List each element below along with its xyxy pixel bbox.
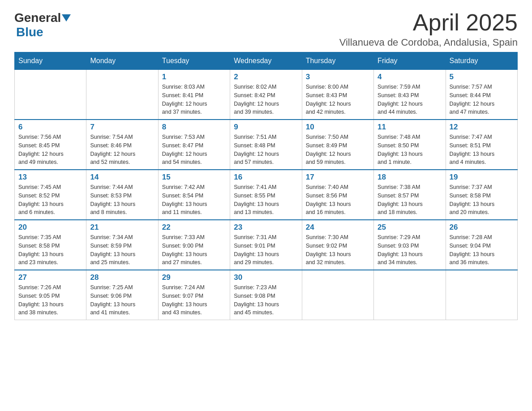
calendar-week-row: 20Sunrise: 7:35 AM Sunset: 8:58 PM Dayli… <box>15 220 518 270</box>
table-row: 9Sunrise: 7:51 AM Sunset: 8:48 PM Daylig… <box>230 120 302 170</box>
logo: General Blue <box>14 11 72 39</box>
day-number: 10 <box>306 123 370 132</box>
table-row: 15Sunrise: 7:42 AM Sunset: 8:54 PM Dayli… <box>158 170 230 220</box>
table-row <box>15 70 86 120</box>
day-number: 3 <box>306 73 370 81</box>
day-info: Sunrise: 7:47 AM Sunset: 8:51 PM Dayligh… <box>450 133 514 167</box>
day-number: 27 <box>18 273 82 282</box>
day-info: Sunrise: 7:53 AM Sunset: 8:47 PM Dayligh… <box>162 133 226 167</box>
table-row: 24Sunrise: 7:30 AM Sunset: 9:02 PM Dayli… <box>302 220 373 270</box>
table-row: 28Sunrise: 7:25 AM Sunset: 9:06 PM Dayli… <box>86 270 158 320</box>
day-info: Sunrise: 8:00 AM Sunset: 8:43 PM Dayligh… <box>306 83 370 116</box>
day-info: Sunrise: 7:23 AM Sunset: 9:08 PM Dayligh… <box>234 283 298 317</box>
day-info: Sunrise: 7:44 AM Sunset: 8:53 PM Dayligh… <box>90 183 154 217</box>
calendar-week-row: 6Sunrise: 7:56 AM Sunset: 8:45 PM Daylig… <box>15 120 518 170</box>
day-info: Sunrise: 7:30 AM Sunset: 9:02 PM Dayligh… <box>306 233 370 267</box>
page-container: General Blue April 2025 Villanueva de Co… <box>14 11 518 320</box>
day-info: Sunrise: 7:57 AM Sunset: 8:44 PM Dayligh… <box>450 83 514 116</box>
day-number: 11 <box>378 123 442 132</box>
logo-text: General <box>14 11 72 25</box>
table-row: 22Sunrise: 7:33 AM Sunset: 9:00 PM Dayli… <box>158 220 230 270</box>
day-info: Sunrise: 7:45 AM Sunset: 8:52 PM Dayligh… <box>18 183 82 217</box>
logo-blue: Blue <box>16 25 43 39</box>
calendar-header-row: Sunday Monday Tuesday Wednesday Thursday… <box>15 52 518 70</box>
day-number: 19 <box>450 173 514 182</box>
month-title: April 2025 <box>339 11 518 34</box>
table-row: 20Sunrise: 7:35 AM Sunset: 8:58 PM Dayli… <box>15 220 86 270</box>
day-number: 17 <box>306 173 370 182</box>
day-info: Sunrise: 7:24 AM Sunset: 9:07 PM Dayligh… <box>162 283 226 317</box>
table-row: 25Sunrise: 7:29 AM Sunset: 9:03 PM Dayli… <box>374 220 446 270</box>
table-row: 10Sunrise: 7:50 AM Sunset: 8:49 PM Dayli… <box>302 120 373 170</box>
table-row: 29Sunrise: 7:24 AM Sunset: 9:07 PM Dayli… <box>158 270 230 320</box>
col-monday: Monday <box>86 52 158 70</box>
day-info: Sunrise: 7:26 AM Sunset: 9:05 PM Dayligh… <box>18 283 82 317</box>
table-row: 27Sunrise: 7:26 AM Sunset: 9:05 PM Dayli… <box>15 270 86 320</box>
table-row: 12Sunrise: 7:47 AM Sunset: 8:51 PM Dayli… <box>446 120 517 170</box>
day-number: 13 <box>18 173 82 182</box>
col-sunday: Sunday <box>15 52 86 70</box>
day-number: 24 <box>306 223 370 232</box>
day-number: 9 <box>234 123 298 132</box>
day-info: Sunrise: 7:40 AM Sunset: 8:56 PM Dayligh… <box>306 183 370 217</box>
day-info: Sunrise: 7:29 AM Sunset: 9:03 PM Dayligh… <box>378 233 442 267</box>
col-tuesday: Tuesday <box>158 52 230 70</box>
table-row: 5Sunrise: 7:57 AM Sunset: 8:44 PM Daylig… <box>446 70 517 120</box>
day-number: 1 <box>162 73 226 81</box>
table-row <box>446 270 517 320</box>
col-friday: Friday <box>374 52 446 70</box>
day-number: 28 <box>90 273 154 282</box>
day-info: Sunrise: 7:35 AM Sunset: 8:58 PM Dayligh… <box>18 233 82 267</box>
day-number: 12 <box>450 123 514 132</box>
col-thursday: Thursday <box>302 52 373 70</box>
day-info: Sunrise: 7:34 AM Sunset: 8:59 PM Dayligh… <box>90 233 154 267</box>
day-number: 15 <box>162 173 226 182</box>
day-info: Sunrise: 7:33 AM Sunset: 9:00 PM Dayligh… <box>162 233 226 267</box>
day-info: Sunrise: 7:31 AM Sunset: 9:01 PM Dayligh… <box>234 233 298 267</box>
table-row: 1Sunrise: 8:03 AM Sunset: 8:41 PM Daylig… <box>158 70 230 120</box>
day-info: Sunrise: 7:42 AM Sunset: 8:54 PM Dayligh… <box>162 183 226 217</box>
table-row: 11Sunrise: 7:48 AM Sunset: 8:50 PM Dayli… <box>374 120 446 170</box>
table-row <box>374 270 446 320</box>
day-info: Sunrise: 7:25 AM Sunset: 9:06 PM Dayligh… <box>90 283 154 317</box>
day-info: Sunrise: 7:59 AM Sunset: 8:43 PM Dayligh… <box>378 83 442 116</box>
table-row: 8Sunrise: 7:53 AM Sunset: 8:47 PM Daylig… <box>158 120 230 170</box>
title-section: April 2025 Villanueva de Cordoba, Andalu… <box>339 11 518 48</box>
calendar-table: Sunday Monday Tuesday Wednesday Thursday… <box>14 52 518 320</box>
table-row: 16Sunrise: 7:41 AM Sunset: 8:55 PM Dayli… <box>230 170 302 220</box>
day-number: 2 <box>234 73 298 81</box>
day-number: 14 <box>90 173 154 182</box>
table-row: 26Sunrise: 7:28 AM Sunset: 9:04 PM Dayli… <box>446 220 517 270</box>
table-row: 13Sunrise: 7:45 AM Sunset: 8:52 PM Dayli… <box>15 170 86 220</box>
table-row <box>302 270 373 320</box>
day-number: 5 <box>450 73 514 81</box>
day-info: Sunrise: 7:56 AM Sunset: 8:45 PM Dayligh… <box>18 133 82 167</box>
day-info: Sunrise: 7:48 AM Sunset: 8:50 PM Dayligh… <box>378 133 442 167</box>
calendar-week-row: 13Sunrise: 7:45 AM Sunset: 8:52 PM Dayli… <box>15 170 518 220</box>
logo-general: General <box>14 11 61 25</box>
table-row: 4Sunrise: 7:59 AM Sunset: 8:43 PM Daylig… <box>374 70 446 120</box>
day-info: Sunrise: 7:38 AM Sunset: 8:57 PM Dayligh… <box>378 183 442 217</box>
day-info: Sunrise: 8:03 AM Sunset: 8:41 PM Dayligh… <box>162 83 226 116</box>
day-info: Sunrise: 7:51 AM Sunset: 8:48 PM Dayligh… <box>234 133 298 167</box>
table-row: 7Sunrise: 7:54 AM Sunset: 8:46 PM Daylig… <box>86 120 158 170</box>
location-title: Villanueva de Cordoba, Andalusia, Spain <box>339 37 518 48</box>
table-row: 17Sunrise: 7:40 AM Sunset: 8:56 PM Dayli… <box>302 170 373 220</box>
day-info: Sunrise: 7:54 AM Sunset: 8:46 PM Dayligh… <box>90 133 154 167</box>
table-row: 18Sunrise: 7:38 AM Sunset: 8:57 PM Dayli… <box>374 170 446 220</box>
day-info: Sunrise: 8:02 AM Sunset: 8:42 PM Dayligh… <box>234 83 298 116</box>
col-wednesday: Wednesday <box>230 52 302 70</box>
day-number: 26 <box>450 223 514 232</box>
table-row: 14Sunrise: 7:44 AM Sunset: 8:53 PM Dayli… <box>86 170 158 220</box>
day-number: 4 <box>378 73 442 81</box>
day-number: 18 <box>378 173 442 182</box>
col-saturday: Saturday <box>446 52 517 70</box>
day-number: 23 <box>234 223 298 232</box>
calendar-week-row: 1Sunrise: 8:03 AM Sunset: 8:41 PM Daylig… <box>15 70 518 120</box>
table-row: 6Sunrise: 7:56 AM Sunset: 8:45 PM Daylig… <box>15 120 86 170</box>
table-row: 2Sunrise: 8:02 AM Sunset: 8:42 PM Daylig… <box>230 70 302 120</box>
day-number: 22 <box>162 223 226 232</box>
table-row: 23Sunrise: 7:31 AM Sunset: 9:01 PM Dayli… <box>230 220 302 270</box>
day-number: 16 <box>234 173 298 182</box>
day-number: 29 <box>162 273 226 282</box>
